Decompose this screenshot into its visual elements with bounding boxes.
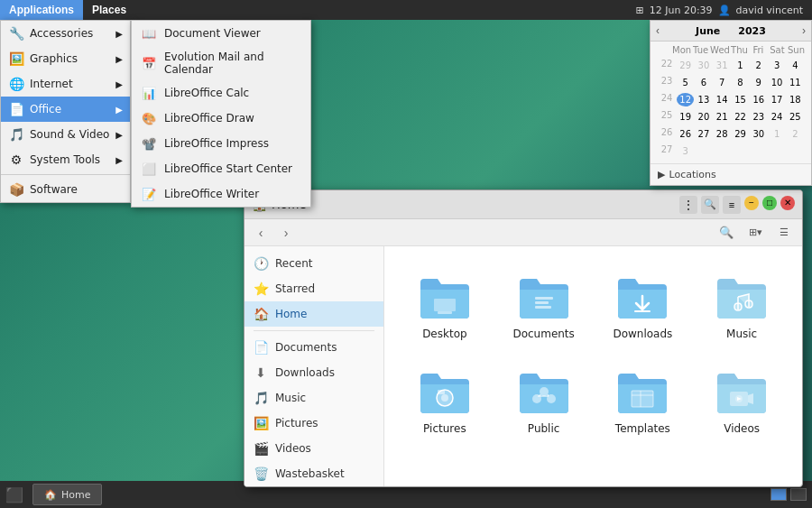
downloads-label: Downloads — [613, 328, 672, 340]
evolution-label: Evolution Mail and Calendar — [164, 51, 301, 76]
submenu-evolution[interactable]: 📅 Evolution Mail and Calendar — [132, 46, 310, 80]
fm-folder-public[interactable]: Public — [502, 359, 586, 439]
fm-folder-templates[interactable]: Templates — [601, 359, 686, 439]
fm-folder-videos[interactable]: Videos — [699, 359, 784, 439]
submenu-lo-impress[interactable]: 📽️ LibreOffice Impress — [132, 131, 310, 156]
fm-view-toggle-btn[interactable]: ≡ — [723, 196, 741, 214]
cal-next-btn[interactable]: › — [802, 24, 806, 37]
cal-year-label: 2023 — [738, 25, 766, 37]
starred-label: Starred — [275, 282, 315, 295]
templates-label: Templates — [615, 422, 670, 435]
fm-sidebar-recent[interactable]: 🕐 Recent — [245, 251, 383, 276]
menu-item-system-tools[interactable]: ⚙️ System Tools ▶ — [1, 147, 130, 172]
fm-search-icon-btn[interactable]: 🔍 — [701, 196, 719, 214]
applications-menu-btn[interactable]: Applications — [0, 0, 83, 20]
fm-maximize-btn[interactable]: □ — [762, 196, 777, 210]
submenu-lo-calc[interactable]: 📊 LibreOffice Calc — [132, 80, 310, 106]
fm-sidebar-videos[interactable]: 🎬 Videos — [245, 436, 383, 461]
submenu-lo-start[interactable]: ⬜ LibreOffice Start Center — [132, 156, 310, 181]
home-label: Home — [275, 308, 307, 320]
downloads-folder-icon — [614, 269, 672, 323]
fm-search-btn[interactable]: 🔍 — [714, 222, 739, 244]
fm-title: 🏠 Home — [252, 198, 674, 212]
submenu-lo-draw[interactable]: 🎨 LibreOffice Draw — [132, 106, 310, 131]
wastebasket-sidebar-label: Wastebasket — [275, 467, 345, 480]
menu-item-software[interactable]: 📦 Software — [1, 177, 130, 202]
office-label: Office — [30, 103, 61, 115]
fm-content: 🕐 Recent ⭐ Starred 🏠 Home 📄 Documents — [245, 246, 802, 486]
fm-titlebar: 🏠 Home ⋮ 🔍 ≡ − □ ✕ — [245, 190, 802, 219]
sound-video-icon: 🎵 — [8, 126, 24, 143]
svg-rect-0 — [434, 299, 456, 311]
documents-folder-icon — [514, 269, 573, 323]
cal-locations-btn[interactable]: ▶ Locations — [651, 163, 811, 185]
sound-video-arrow: ▶ — [115, 130, 123, 140]
recent-label: Recent — [275, 257, 312, 270]
fm-sidebar-music[interactable]: 🎵 Music — [245, 385, 383, 411]
pictures-sidebar-icon: 🖼️ — [254, 416, 268, 430]
fm-main: Desktop Documents — [384, 246, 802, 486]
fm-sidebar-starred[interactable]: ⭐ Starred — [245, 276, 383, 301]
desktop-label: Desktop — [422, 328, 467, 340]
music-label: Music — [726, 328, 757, 340]
file-manager: 🏠 Home ⋮ 🔍 ≡ − □ ✕ ‹ › 🔍 ⊞▾ ☰ — [244, 189, 803, 487]
cal-grid: Mon Tue Wed Thu Fri Sat Sun 22 29 30 31 … — [651, 42, 811, 163]
menu-item-internet[interactable]: 🌐 Internet ▶ — [1, 71, 130, 97]
fm-sidebar-pictures[interactable]: 🖼️ Pictures — [245, 411, 383, 436]
svg-rect-2 — [535, 297, 553, 300]
system-tools-icon: ⚙️ — [8, 152, 24, 168]
menu-item-office[interactable]: 📄 Office ▶ — [1, 97, 130, 122]
pager-box-1[interactable] — [770, 488, 787, 501]
fm-minimize-btn[interactable]: − — [744, 196, 759, 210]
menu-divider — [1, 174, 130, 175]
public-label: Public — [528, 422, 560, 435]
svg-point-7 — [441, 394, 448, 402]
submenu-lo-writer[interactable]: 📝 LibreOffice Writer — [132, 181, 310, 207]
taskbar-bottom-icon: ⬛ — [4, 484, 25, 505]
documents-label: Documents — [512, 328, 574, 340]
pictures-label: Pictures — [423, 422, 466, 435]
lo-impress-label: LibreOffice Impress — [164, 137, 269, 150]
fm-folder-downloads[interactable]: Downloads — [601, 264, 686, 345]
fm-sidebar-wastebasket[interactable]: 🗑️ Wastebasket — [245, 461, 383, 486]
cal-week-25: 25 19 20 21 22 23 24 25 — [654, 108, 807, 125]
svg-rect-1 — [438, 311, 452, 314]
music-folder-icon — [713, 269, 771, 323]
fm-sidebar-home[interactable]: 🏠 Home — [245, 301, 383, 327]
svg-rect-15 — [632, 391, 653, 407]
places-menu-btn[interactable]: Places — [83, 0, 135, 20]
videos-sidebar-icon: 🎬 — [254, 441, 268, 456]
cal-prev-btn[interactable]: ‹ — [656, 24, 660, 37]
fm-sidebar-documents[interactable]: 📄 Documents — [245, 335, 383, 360]
menu-item-graphics[interactable]: 🖼️ Graphics ▶ — [1, 46, 130, 71]
submenu-doc-viewer[interactable]: 📖 Document Viewer — [132, 21, 310, 46]
downloads-sidebar-label: Downloads — [275, 366, 335, 379]
fm-back-btn[interactable]: ‹ — [250, 222, 272, 244]
fm-menu-dots-btn[interactable]: ⋮ — [679, 196, 697, 214]
lo-writer-icon: 📝 — [141, 186, 157, 202]
fm-list-view-btn[interactable]: ☰ — [771, 222, 797, 244]
fm-folder-desktop[interactable]: Desktop — [402, 264, 487, 345]
fm-nav-bar: ‹ › 🔍 ⊞▾ ☰ — [245, 219, 802, 246]
fm-grid-view-btn[interactable]: ⊞▾ — [743, 222, 768, 244]
fm-close-btn[interactable]: ✕ — [780, 196, 795, 210]
documents-sidebar-icon: 📄 — [254, 340, 268, 355]
fm-folder-pictures[interactable]: Pictures — [402, 359, 487, 439]
office-icon: 📄 — [8, 101, 24, 117]
desktop: Applications Places ⊞ 12 Jun 20:39 👤 dav… — [0, 0, 812, 508]
fm-folder-music[interactable]: Music — [699, 264, 784, 345]
calendar-widget: ‹ June 2023 › Mon Tue Wed Thu Fri Sat Su… — [650, 20, 812, 186]
fm-forward-btn[interactable]: › — [275, 222, 297, 244]
menu-item-accessories[interactable]: 🔧 Accessories ▶ — [1, 21, 130, 46]
menu-item-sound-video[interactable]: 🎵 Sound & Video ▶ — [1, 122, 130, 147]
taskbar-window-home-btn[interactable]: 🏠 Home — [32, 484, 102, 505]
documents-sidebar-label: Documents — [275, 341, 337, 354]
pager-box-2[interactable] — [790, 488, 807, 501]
fm-sidebar: 🕐 Recent ⭐ Starred 🏠 Home 📄 Documents — [245, 246, 384, 486]
cal-locations-label: Locations — [669, 169, 715, 180]
fm-sidebar-downloads[interactable]: ⬇️ Downloads — [245, 360, 383, 385]
network-icon: ⊞ — [635, 5, 643, 16]
doc-viewer-icon: 📖 — [141, 25, 157, 42]
fm-folder-documents[interactable]: Documents — [502, 264, 586, 345]
taskbar-top-right: ⊞ 12 Jun 20:39 👤 david vincent — [635, 5, 812, 16]
